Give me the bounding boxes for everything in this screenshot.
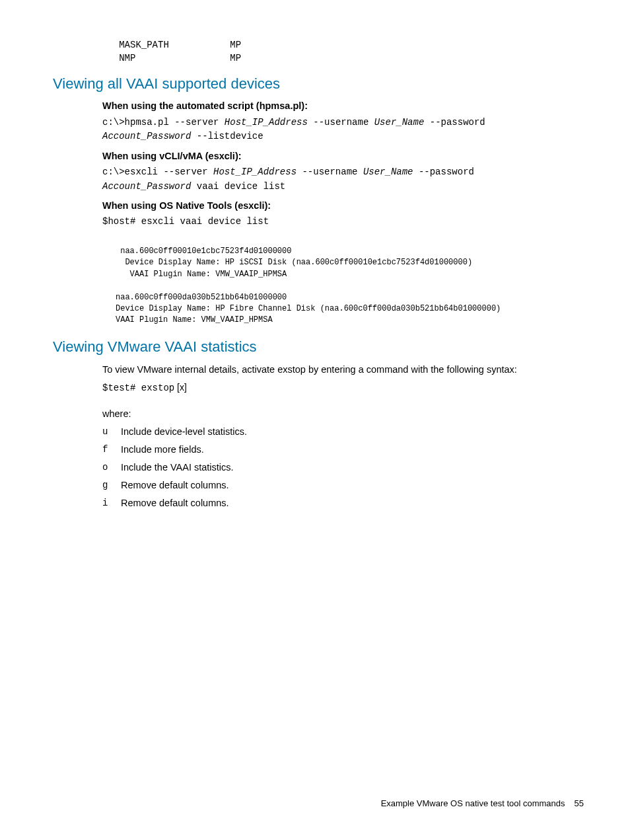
section-heading-stats: Viewing VMware VAAI statistics xyxy=(53,336,584,358)
option-desc: Include the VAAI statistics. xyxy=(121,461,234,475)
option-key: g xyxy=(102,478,121,492)
option-row: iRemove default columns. xyxy=(102,496,584,510)
option-row: gRemove default columns. xyxy=(102,478,584,492)
option-key: f xyxy=(102,443,121,457)
cmd-exstop: $test# exstop [x] xyxy=(102,381,584,396)
stats-intro: To view VMware internal details, activat… xyxy=(102,363,584,377)
cmd-vcli: c:\>esxcli --server Host_IP_Address --us… xyxy=(102,165,584,194)
section-heading-devices: Viewing all VAAI supported devices xyxy=(53,73,584,95)
device-output: naa.600c0ff00010e1cbc7523f4d01000000 Dev… xyxy=(116,246,584,326)
option-desc: Include more fields. xyxy=(121,443,204,457)
option-row: oInclude the VAAI statistics. xyxy=(102,461,584,475)
subhead-vcli: When using vCLI/vMA (esxcli): xyxy=(102,149,584,163)
option-desc: Remove default columns. xyxy=(121,478,229,492)
option-key: o xyxy=(102,461,121,475)
option-row: uInclude device-level statistics. xyxy=(102,425,584,439)
option-row: fInclude more fields. xyxy=(102,443,584,457)
option-key: i xyxy=(102,496,121,510)
cmd-native: $host# esxcli vaai device list xyxy=(102,215,584,229)
option-desc: Remove default columns. xyxy=(121,496,229,510)
option-key: u xyxy=(102,425,121,439)
cmd-hpmsa: c:\>hpmsa.pl --server Host_IP_Address --… xyxy=(102,116,584,144)
subhead-hpmsa: When using the automated script (hpmsa.p… xyxy=(102,99,584,113)
top-code-block: MASK_PATH MP NMP MP xyxy=(102,38,584,65)
where-label: where: xyxy=(102,407,584,421)
subhead-native: When using OS Native Tools (esxcli): xyxy=(102,199,584,213)
option-desc: Include device-level statistics. xyxy=(121,425,247,439)
